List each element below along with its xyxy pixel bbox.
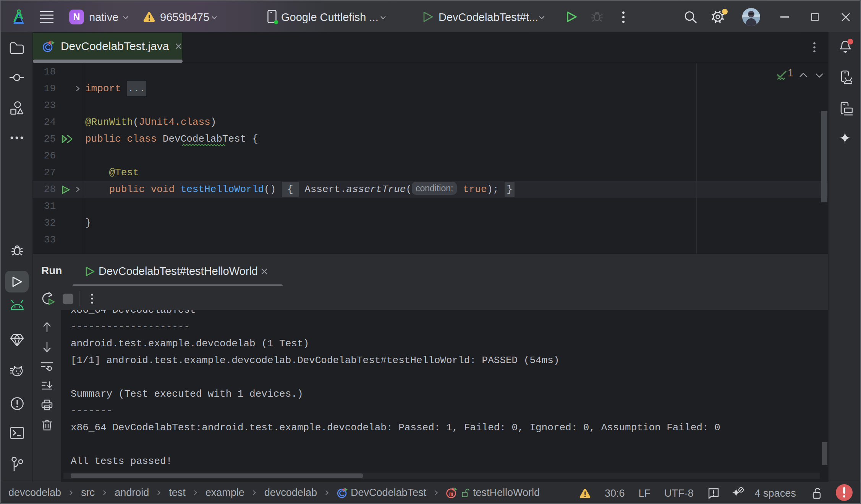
svg-text:m: m	[449, 491, 453, 498]
